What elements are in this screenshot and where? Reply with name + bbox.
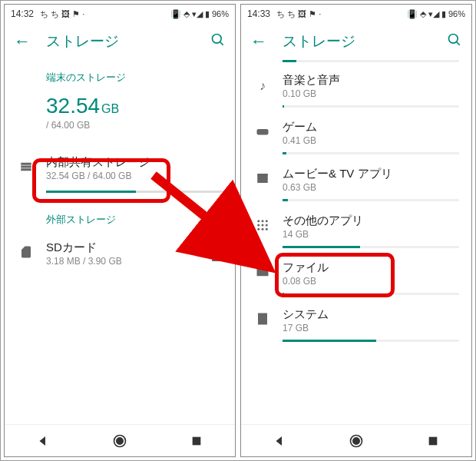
- back-icon[interactable]: ←: [14, 32, 31, 51]
- svg-point-8: [449, 34, 458, 43]
- svg-point-0: [213, 34, 222, 43]
- statusbar: 14:33 ち ち 🖾 ⚑ · 📳 ⬘ ▾◢ ▮96%: [241, 5, 471, 23]
- phone-left: 14:32 ち ち 🖾 ⚑ · 📳 ⬘ ▾◢ ▮96% ← ストレージ 端末のス…: [4, 4, 236, 457]
- svg-rect-7: [193, 436, 201, 445]
- svg-point-20: [262, 228, 264, 230]
- row-sd-card[interactable]: SDカード 3.18 MB / 3.90 GB ▲: [5, 233, 235, 271]
- row-movies[interactable]: ムービー& TV アプリ0.63 GB: [241, 159, 471, 197]
- internal-bar: [46, 191, 223, 193]
- row-games[interactable]: ゲーム0.41 GB: [241, 112, 471, 151]
- eject-icon[interactable]: ▲: [212, 247, 223, 261]
- appbar: ← ストレージ: [241, 23, 471, 60]
- nav-recent[interactable]: [425, 433, 441, 449]
- svg-rect-12: [257, 174, 268, 175]
- svg-point-16: [257, 224, 259, 227]
- sd-icon: [14, 245, 38, 262]
- navbar: [5, 424, 235, 456]
- back-icon[interactable]: ←: [250, 32, 267, 51]
- svg-point-15: [266, 220, 268, 222]
- row-internal-storage[interactable]: 内部共有ストレージ 32.54 GB / 64.00 GB: [5, 148, 235, 186]
- nav-back[interactable]: [271, 433, 288, 449]
- storage-summary: 32.54GB / 64.00 GB: [5, 91, 235, 134]
- svg-point-13: [257, 220, 259, 222]
- svg-rect-11: [257, 175, 268, 184]
- section-external-storage: 外部ストレージ: [5, 202, 235, 233]
- content: ♪ 音楽と音声0.10 GB ゲーム0.41 GB ムービー& TV アプリ0.…: [241, 60, 471, 424]
- svg-point-17: [262, 224, 264, 227]
- row-music[interactable]: ♪ 音楽と音声0.10 GB: [241, 65, 471, 104]
- row-system[interactable]: システム17 GB: [241, 300, 471, 338]
- navbar: [241, 424, 471, 456]
- status-icons: 📳 ⬘ ▾◢ ▮96%: [407, 9, 465, 19]
- statusbar: 14:32 ち ち 🖾 ⚑ · 📳 ⬘ ▾◢ ▮96%: [5, 5, 235, 23]
- search-icon[interactable]: [447, 32, 462, 51]
- svg-point-24: [353, 437, 359, 443]
- notif-icons: ち ち 🖾 ⚑ ·: [40, 8, 84, 20]
- clock: 14:33: [247, 8, 270, 19]
- svg-point-19: [257, 228, 259, 230]
- svg-point-18: [266, 224, 268, 227]
- svg-rect-2: [21, 163, 31, 165]
- svg-rect-22: [259, 313, 267, 324]
- notif-icons: ち ち 🖾 ⚑ ·: [276, 8, 321, 20]
- clock: 14:32: [11, 8, 34, 19]
- phone-right: 14:33 ち ち 🖾 ⚑ · 📳 ⬘ ▾◢ ▮96% ← ストレージ ♪ 音楽…: [240, 4, 472, 457]
- svg-point-6: [117, 437, 123, 443]
- search-icon[interactable]: [210, 32, 226, 51]
- appbar: ← ストレージ: [5, 23, 235, 60]
- svg-point-14: [262, 220, 264, 222]
- apps-icon: [250, 218, 275, 235]
- page-title: ストレージ: [46, 32, 195, 51]
- section-device-storage: 端末のストレージ: [5, 60, 235, 91]
- game-icon: [250, 124, 275, 141]
- nav-back[interactable]: [35, 433, 51, 449]
- svg-point-21: [266, 228, 268, 230]
- partial-bar: [283, 60, 459, 62]
- folder-icon: [250, 265, 275, 282]
- nav-recent[interactable]: [188, 433, 205, 449]
- system-icon: [250, 312, 275, 329]
- row-files[interactable]: ファイル0.08 GB: [241, 253, 471, 291]
- svg-rect-25: [429, 436, 438, 445]
- svg-rect-10: [257, 129, 269, 135]
- music-icon: ♪: [250, 79, 275, 93]
- status-icons: 📳 ⬘ ▾◢ ▮96%: [170, 9, 229, 19]
- svg-rect-3: [21, 166, 31, 168]
- svg-rect-4: [21, 168, 31, 171]
- movie-icon: [250, 171, 275, 188]
- svg-line-9: [457, 41, 460, 45]
- content: 端末のストレージ 32.54GB / 64.00 GB 内部共有ストレージ 32…: [5, 60, 235, 424]
- nav-home[interactable]: [348, 433, 365, 449]
- page-title: ストレージ: [283, 32, 431, 51]
- row-other-apps[interactable]: その他のアプリ14 GB: [241, 206, 471, 244]
- storage-icon: [14, 160, 38, 177]
- nav-home[interactable]: [111, 433, 128, 449]
- svg-line-1: [220, 41, 223, 45]
